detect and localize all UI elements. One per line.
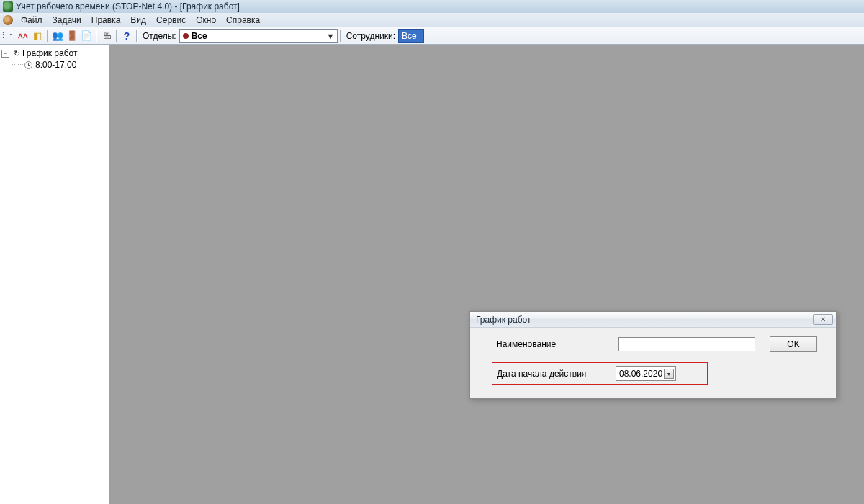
separator xyxy=(47,30,48,42)
start-date-row: Дата начала действия 08.06.2020 ▼ xyxy=(492,362,708,385)
menu-file[interactable]: Файл xyxy=(16,14,48,27)
chevron-down-icon[interactable]: ▼ xyxy=(664,369,674,379)
separator xyxy=(136,30,138,42)
mdi-client-area: График работ ✕ Наименование OK Дата нача… xyxy=(109,45,864,504)
users-icon[interactable]: 👥 xyxy=(50,29,65,43)
note-icon[interactable]: ◧ xyxy=(30,29,45,43)
employees-field[interactable]: Все xyxy=(398,29,424,43)
separator xyxy=(116,30,117,42)
ok-button[interactable]: OK xyxy=(770,336,817,352)
departments-combo[interactable]: Все ▾ xyxy=(179,29,338,43)
window-titlebar: Учет рабочего времени (STOP-Net 4.0) - [… xyxy=(0,0,864,13)
help-icon[interactable]: ? xyxy=(120,29,134,43)
clock-icon xyxy=(24,61,32,69)
employees-label: Сотрудники: xyxy=(343,31,398,41)
schedule-dialog: График работ ✕ Наименование OK Дата нача… xyxy=(469,311,837,399)
chevron-down-icon: ▾ xyxy=(325,31,336,41)
dept-dot-icon xyxy=(183,33,189,39)
tree-root-label: График работ xyxy=(22,48,77,58)
dialog-titlebar[interactable]: График работ ✕ xyxy=(470,312,836,328)
employees-value: Все xyxy=(402,31,417,41)
tree-child-row[interactable]: ⋯⋯ 8:00-17:00 xyxy=(1,59,107,71)
print-icon[interactable]: 🖶 xyxy=(99,29,114,43)
main-body: − ↻ График работ ⋯⋯ 8:00-17:00 График ра… xyxy=(0,45,864,504)
tree-child-label: 8:00-17:00 xyxy=(35,60,76,70)
separator xyxy=(96,30,97,42)
menubar-icon xyxy=(3,15,13,25)
user-exit-icon[interactable]: 🚪 xyxy=(65,29,79,43)
app-icon xyxy=(3,1,13,12)
name-input[interactable] xyxy=(618,337,755,351)
ok-button-label: OK xyxy=(787,339,799,349)
menu-edit[interactable]: Правка xyxy=(86,14,126,27)
tree-collapse-icon[interactable]: − xyxy=(1,50,9,58)
close-icon: ✕ xyxy=(820,315,826,323)
menu-tasks[interactable]: Задачи xyxy=(48,14,86,27)
menubar: Файл Задачи Правка Вид Сервис Окно Справ… xyxy=(0,13,864,27)
menu-help[interactable]: Справка xyxy=(221,14,265,27)
chart-icon[interactable]: ᴧᴧ xyxy=(16,29,30,43)
name-row: Наименование OK xyxy=(496,336,826,352)
tree-structure-icon[interactable]: ⠇⠂ xyxy=(1,29,16,43)
close-button[interactable]: ✕ xyxy=(813,314,833,325)
departments-value: Все xyxy=(192,31,325,41)
dialog-title: График работ xyxy=(476,315,531,325)
window-title: Учет рабочего времени (STOP-Net 4.0) - [… xyxy=(16,1,240,12)
start-date-picker[interactable]: 08.06.2020 ▼ xyxy=(616,366,676,381)
dialog-body: Наименование OK Дата начала действия 08.… xyxy=(470,328,836,398)
refresh-icon: ↻ xyxy=(14,49,20,58)
start-date-label: Дата начала действия xyxy=(497,369,619,379)
tree-branch-icon: ⋯⋯ xyxy=(12,61,23,68)
name-label: Наименование xyxy=(496,339,618,349)
menu-window[interactable]: Окно xyxy=(191,14,221,27)
tree-root-row[interactable]: − ↻ График работ xyxy=(1,48,107,59)
report-icon[interactable]: 📄 xyxy=(79,29,94,43)
separator xyxy=(340,30,341,42)
start-date-value: 08.06.2020 xyxy=(619,369,664,379)
toolbar: ⠇⠂ ᴧᴧ ◧ 👥 🚪 📄 🖶 ? Отделы: Все ▾ Сотрудни… xyxy=(0,27,864,45)
departments-label: Отделы: xyxy=(140,31,179,41)
menu-service[interactable]: Сервис xyxy=(151,14,191,27)
tree-pane: − ↻ График работ ⋯⋯ 8:00-17:00 xyxy=(0,45,109,504)
menu-view[interactable]: Вид xyxy=(125,14,151,27)
